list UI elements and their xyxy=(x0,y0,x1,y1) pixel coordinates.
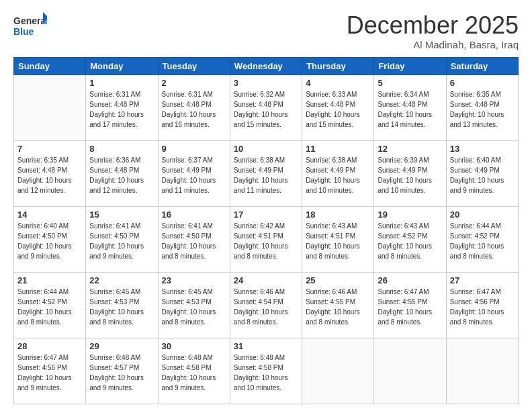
day-info: Sunrise: 6:40 AM Sunset: 4:50 PM Dayligh… xyxy=(17,221,82,261)
day-number: 29 xyxy=(89,341,154,351)
day-info: Sunrise: 6:41 AM Sunset: 4:50 PM Dayligh… xyxy=(162,221,226,261)
day-cell: 26Sunrise: 6:47 AM Sunset: 4:55 PM Dayli… xyxy=(374,272,446,338)
day-number: 9 xyxy=(162,144,226,154)
day-cell: 9Sunrise: 6:37 AM Sunset: 4:49 PM Daylig… xyxy=(158,140,230,206)
day-number: 21 xyxy=(17,275,82,285)
day-cell: 25Sunrise: 6:46 AM Sunset: 4:55 PM Dayli… xyxy=(302,272,374,338)
day-info: Sunrise: 6:41 AM Sunset: 4:50 PM Dayligh… xyxy=(89,221,154,261)
page: General Blue December 2025 Al Madinah, B… xyxy=(0,0,532,411)
day-cell: 20Sunrise: 6:44 AM Sunset: 4:52 PM Dayli… xyxy=(446,206,518,272)
day-cell: 1Sunrise: 6:31 AM Sunset: 4:48 PM Daylig… xyxy=(86,75,158,140)
day-info: Sunrise: 6:38 AM Sunset: 4:49 PM Dayligh… xyxy=(234,155,298,195)
location-subtitle: Al Madinah, Basra, Iraq xyxy=(347,39,519,50)
day-cell: 19Sunrise: 6:43 AM Sunset: 4:52 PM Dayli… xyxy=(374,206,446,272)
day-info: Sunrise: 6:46 AM Sunset: 4:55 PM Dayligh… xyxy=(306,287,370,327)
day-cell xyxy=(374,338,446,404)
day-info: Sunrise: 6:47 AM Sunset: 4:56 PM Dayligh… xyxy=(17,353,82,393)
day-cell: 2Sunrise: 6:31 AM Sunset: 4:48 PM Daylig… xyxy=(158,75,230,140)
week-row-3: 14Sunrise: 6:40 AM Sunset: 4:50 PM Dayli… xyxy=(14,206,519,272)
day-cell: 3Sunrise: 6:32 AM Sunset: 4:48 PM Daylig… xyxy=(230,75,302,140)
day-cell: 24Sunrise: 6:46 AM Sunset: 4:54 PM Dayli… xyxy=(230,272,302,338)
day-info: Sunrise: 6:43 AM Sunset: 4:52 PM Dayligh… xyxy=(378,221,442,261)
calendar-table: SundayMondayTuesdayWednesdayThursdayFrid… xyxy=(13,57,519,404)
day-info: Sunrise: 6:40 AM Sunset: 4:49 PM Dayligh… xyxy=(450,155,515,195)
day-cell: 28Sunrise: 6:47 AM Sunset: 4:56 PM Dayli… xyxy=(14,338,86,404)
title-block: December 2025 Al Madinah, Basra, Iraq xyxy=(347,12,519,50)
day-cell xyxy=(446,338,518,404)
day-number: 24 xyxy=(234,275,298,285)
day-cell: 27Sunrise: 6:47 AM Sunset: 4:56 PM Dayli… xyxy=(446,272,518,338)
week-row-1: 1Sunrise: 6:31 AM Sunset: 4:48 PM Daylig… xyxy=(14,75,519,140)
col-header-sunday: Sunday xyxy=(14,57,86,75)
day-cell: 17Sunrise: 6:42 AM Sunset: 4:51 PM Dayli… xyxy=(230,206,302,272)
header: General Blue December 2025 Al Madinah, B… xyxy=(13,12,519,50)
day-cell xyxy=(302,338,374,404)
svg-text:Blue: Blue xyxy=(13,26,34,37)
day-info: Sunrise: 6:38 AM Sunset: 4:49 PM Dayligh… xyxy=(306,155,370,195)
day-info: Sunrise: 6:48 AM Sunset: 4:57 PM Dayligh… xyxy=(89,353,154,393)
day-cell: 6Sunrise: 6:35 AM Sunset: 4:48 PM Daylig… xyxy=(446,75,518,140)
day-number: 13 xyxy=(450,144,515,154)
day-info: Sunrise: 6:42 AM Sunset: 4:51 PM Dayligh… xyxy=(234,221,298,261)
day-cell: 29Sunrise: 6:48 AM Sunset: 4:57 PM Dayli… xyxy=(86,338,158,404)
day-number: 10 xyxy=(234,144,298,154)
day-cell: 15Sunrise: 6:41 AM Sunset: 4:50 PM Dayli… xyxy=(86,206,158,272)
day-cell: 30Sunrise: 6:48 AM Sunset: 4:58 PM Dayli… xyxy=(158,338,230,404)
day-info: Sunrise: 6:47 AM Sunset: 4:55 PM Dayligh… xyxy=(378,287,442,327)
col-header-friday: Friday xyxy=(374,57,446,75)
day-number: 30 xyxy=(162,341,226,351)
col-header-thursday: Thursday xyxy=(302,57,374,75)
day-cell: 14Sunrise: 6:40 AM Sunset: 4:50 PM Dayli… xyxy=(14,206,86,272)
day-number: 18 xyxy=(306,210,370,220)
day-info: Sunrise: 6:31 AM Sunset: 4:48 PM Dayligh… xyxy=(89,89,154,130)
day-info: Sunrise: 6:36 AM Sunset: 4:48 PM Dayligh… xyxy=(89,155,154,195)
day-cell: 12Sunrise: 6:39 AM Sunset: 4:49 PM Dayli… xyxy=(374,140,446,206)
day-number: 8 xyxy=(89,144,154,154)
day-info: Sunrise: 6:37 AM Sunset: 4:49 PM Dayligh… xyxy=(162,155,226,195)
day-number: 2 xyxy=(162,78,226,88)
day-info: Sunrise: 6:44 AM Sunset: 4:52 PM Dayligh… xyxy=(17,287,82,327)
day-info: Sunrise: 6:43 AM Sunset: 4:51 PM Dayligh… xyxy=(306,221,370,261)
day-cell: 4Sunrise: 6:33 AM Sunset: 4:48 PM Daylig… xyxy=(302,75,374,140)
day-number: 25 xyxy=(306,275,370,285)
day-number: 20 xyxy=(450,210,515,220)
day-number: 4 xyxy=(306,78,370,88)
week-row-4: 21Sunrise: 6:44 AM Sunset: 4:52 PM Dayli… xyxy=(14,272,519,338)
day-info: Sunrise: 6:34 AM Sunset: 4:48 PM Dayligh… xyxy=(378,89,442,130)
day-info: Sunrise: 6:35 AM Sunset: 4:48 PM Dayligh… xyxy=(450,89,515,130)
day-cell: 13Sunrise: 6:40 AM Sunset: 4:49 PM Dayli… xyxy=(446,140,518,206)
day-cell: 8Sunrise: 6:36 AM Sunset: 4:48 PM Daylig… xyxy=(86,140,158,206)
day-number: 5 xyxy=(378,78,442,88)
day-info: Sunrise: 6:48 AM Sunset: 4:58 PM Dayligh… xyxy=(162,353,226,393)
day-info: Sunrise: 6:47 AM Sunset: 4:56 PM Dayligh… xyxy=(450,287,515,327)
day-number: 26 xyxy=(378,275,442,285)
svg-text:General: General xyxy=(13,15,47,26)
day-number: 6 xyxy=(450,78,515,88)
logo-svg: General Blue xyxy=(13,12,47,40)
day-cell: 5Sunrise: 6:34 AM Sunset: 4:48 PM Daylig… xyxy=(374,75,446,140)
day-info: Sunrise: 6:32 AM Sunset: 4:48 PM Dayligh… xyxy=(234,89,298,130)
col-header-wednesday: Wednesday xyxy=(230,57,302,75)
day-info: Sunrise: 6:46 AM Sunset: 4:54 PM Dayligh… xyxy=(234,287,298,327)
month-title: December 2025 xyxy=(347,12,519,39)
day-info: Sunrise: 6:48 AM Sunset: 4:58 PM Dayligh… xyxy=(234,353,298,393)
day-number: 16 xyxy=(162,210,226,220)
day-info: Sunrise: 6:39 AM Sunset: 4:49 PM Dayligh… xyxy=(378,155,442,195)
day-info: Sunrise: 6:45 AM Sunset: 4:53 PM Dayligh… xyxy=(162,287,226,327)
day-number: 31 xyxy=(234,341,298,351)
day-number: 22 xyxy=(89,275,154,285)
day-cell: 18Sunrise: 6:43 AM Sunset: 4:51 PM Dayli… xyxy=(302,206,374,272)
day-info: Sunrise: 6:44 AM Sunset: 4:52 PM Dayligh… xyxy=(450,221,515,261)
day-number: 12 xyxy=(378,144,442,154)
day-cell: 11Sunrise: 6:38 AM Sunset: 4:49 PM Dayli… xyxy=(302,140,374,206)
col-header-monday: Monday xyxy=(86,57,158,75)
day-cell: 16Sunrise: 6:41 AM Sunset: 4:50 PM Dayli… xyxy=(158,206,230,272)
day-info: Sunrise: 6:31 AM Sunset: 4:48 PM Dayligh… xyxy=(162,89,226,130)
day-number: 28 xyxy=(17,341,82,351)
day-cell: 23Sunrise: 6:45 AM Sunset: 4:53 PM Dayli… xyxy=(158,272,230,338)
day-cell: 10Sunrise: 6:38 AM Sunset: 4:49 PM Dayli… xyxy=(230,140,302,206)
day-cell xyxy=(14,75,86,140)
day-info: Sunrise: 6:35 AM Sunset: 4:48 PM Dayligh… xyxy=(17,155,82,195)
day-info: Sunrise: 6:45 AM Sunset: 4:53 PM Dayligh… xyxy=(89,287,154,327)
day-number: 23 xyxy=(162,275,226,285)
